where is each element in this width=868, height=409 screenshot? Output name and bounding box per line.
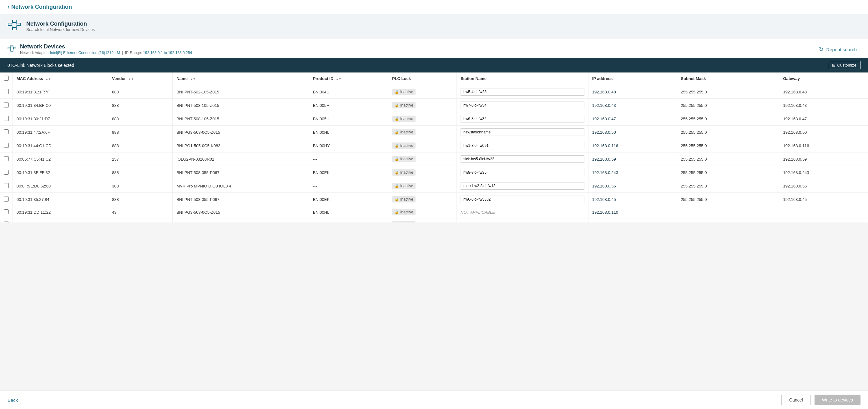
row-checkbox[interactable] — [4, 209, 9, 214]
row-checkbox[interactable] — [4, 143, 9, 148]
inactive-label: Inactive — [400, 103, 413, 107]
network-devices-icon — [7, 45, 16, 54]
row-checkbox-cell[interactable] — [0, 112, 13, 126]
station-not-applicable: NOT APPLICABLE — [461, 210, 495, 215]
table-row: 00:06:77:C5:41:C2 257 IOLG2PN-03208R01 -… — [0, 152, 868, 166]
station-name-input[interactable] — [461, 128, 584, 136]
row-checkbox-cell[interactable] — [0, 206, 13, 218]
row-checkbox[interactable] — [4, 156, 9, 161]
svg-rect-8 — [8, 47, 10, 49]
col-header-product-id[interactable]: Product ID ▲▼ — [309, 72, 388, 85]
svg-line-4 — [12, 22, 12, 24]
row-checkbox[interactable] — [4, 89, 9, 94]
cell-product-id: BNI00EK — [309, 166, 388, 179]
cell-ip-address: 192.168.0.59 — [588, 152, 677, 166]
row-checkbox[interactable] — [4, 116, 9, 121]
row-checkbox[interactable] — [4, 221, 9, 223]
col-header-vendor[interactable]: Vendor ▲▼ — [108, 72, 173, 85]
cell-station-name[interactable]: NOT APPLICABLE — [457, 218, 588, 223]
row-checkbox-cell[interactable] — [0, 126, 13, 139]
cell-product-id: BNI00HM — [309, 218, 388, 223]
ip-range-label: IP-Range: — [125, 50, 142, 55]
station-name-input[interactable] — [461, 88, 584, 96]
inactive-label: Inactive — [400, 222, 413, 223]
row-checkbox-cell[interactable] — [0, 218, 13, 223]
inactive-label: Inactive — [400, 197, 413, 202]
svg-rect-1 — [12, 20, 16, 23]
table-row: 00:19:31:34:BF:C0 888 BNI PNT-508-105-Z0… — [0, 99, 868, 112]
row-checkbox[interactable] — [4, 102, 9, 107]
cell-station-name[interactable] — [457, 85, 588, 99]
mac-sort-icons: ▲▼ — [45, 78, 51, 80]
cell-subnet-mask — [677, 218, 779, 223]
svg-rect-3 — [17, 23, 21, 26]
cell-vendor: 888 — [108, 139, 173, 152]
cell-name: BNI PNT-508-055-P067 — [173, 193, 309, 206]
cell-ip-address: 192.168.0.56 — [588, 179, 677, 193]
select-all-checkbox[interactable] — [4, 76, 9, 80]
cell-gateway: 192.168.0.48 — [779, 85, 868, 99]
row-checkbox-cell[interactable] — [0, 193, 13, 206]
inactive-badge: 🔒 Inactive — [392, 129, 415, 135]
cell-name: MVK Pro MPNIO DIO8 IOL8 4 — [173, 179, 309, 193]
row-checkbox-cell[interactable] — [0, 99, 13, 112]
table-row: 00:19:31:DD:11:22 43 BNI PG3-508-0C5-Z01… — [0, 206, 868, 218]
refresh-icon: ↻ — [819, 46, 824, 53]
selected-count-label: 0 IO-Link Network Blocks selected — [7, 63, 74, 68]
repeat-search-button[interactable]: ↻ Repeat search — [815, 43, 861, 55]
cell-vendor: 303 — [108, 179, 173, 193]
cell-subnet-mask: 255.255.255.0 — [677, 166, 779, 179]
cell-station-name[interactable] — [457, 166, 588, 179]
row-checkbox-cell[interactable] — [0, 152, 13, 166]
row-checkbox[interactable] — [4, 129, 9, 134]
devices-table: MAC Address ▲▼ Vendor ▲▼ Name ▲▼ Product… — [0, 72, 868, 223]
station-name-input[interactable] — [461, 155, 584, 163]
station-name-input[interactable] — [461, 142, 584, 149]
cell-station-name[interactable] — [457, 179, 588, 193]
station-name-input[interactable] — [461, 196, 584, 203]
adapter-name: Intel(R) Ethernet Connection (16) I219-L… — [50, 50, 120, 55]
station-name-input[interactable] — [461, 182, 584, 190]
cell-ip-address: 192.168.0.48 — [588, 85, 677, 99]
cell-name: BNI PNT-508-055-P067 — [173, 166, 309, 179]
network-devices-info: Network Devices Network Adapter: Intel(R… — [20, 43, 192, 55]
row-checkbox-cell[interactable] — [0, 139, 13, 152]
cell-gateway: 192.168.0.50 — [779, 126, 868, 139]
inactive-badge: 🔒 Inactive — [392, 221, 415, 223]
row-checkbox[interactable] — [4, 170, 9, 175]
row-checkbox-cell[interactable] — [0, 166, 13, 179]
row-checkbox-cell[interactable] — [0, 179, 13, 193]
row-checkbox[interactable] — [4, 197, 9, 202]
row-checkbox[interactable] — [4, 183, 9, 188]
lock-icon: 🔒 — [395, 144, 399, 148]
table-container[interactable]: MAC Address ▲▼ Vendor ▲▼ Name ▲▼ Product… — [0, 72, 868, 223]
svg-line-7 — [16, 24, 17, 29]
cell-station-name[interactable] — [457, 99, 588, 112]
inactive-badge: 🔒 Inactive — [392, 142, 415, 149]
cell-name: BNI PG3-508-0C5-Z015 — [173, 126, 309, 139]
svg-rect-11 — [13, 47, 16, 49]
col-header-name[interactable]: Name ▲▼ — [173, 72, 309, 85]
col-header-plc-lock: PLC Lock — [389, 72, 457, 85]
cell-station-name[interactable] — [457, 152, 588, 166]
top-back-button[interactable]: ‹ Network Configuration — [7, 4, 72, 10]
cell-ip-address: 192.168.0.101 — [588, 218, 677, 223]
cell-station-name[interactable] — [457, 112, 588, 126]
cell-plc-lock: 🔒 Inactive — [389, 85, 457, 99]
cell-ip-address: 192.168.0.116 — [588, 139, 677, 152]
cell-station-name[interactable]: NOT APPLICABLE — [457, 206, 588, 218]
cell-station-name[interactable] — [457, 193, 588, 206]
table-header-row: MAC Address ▲▼ Vendor ▲▼ Name ▲▼ Product… — [0, 72, 868, 85]
header-select-all[interactable] — [0, 72, 13, 85]
customize-button[interactable]: ⊞ Customize — [828, 61, 861, 69]
cell-station-name[interactable] — [457, 126, 588, 139]
lock-icon: 🔒 — [395, 103, 399, 107]
col-header-mac[interactable]: MAC Address ▲▼ — [13, 72, 108, 85]
cell-subnet-mask: 255.255.255.0 — [677, 193, 779, 206]
row-checkbox-cell[interactable] — [0, 85, 13, 99]
svg-rect-0 — [8, 23, 12, 26]
station-name-input[interactable] — [461, 115, 584, 123]
station-name-input[interactable] — [461, 169, 584, 176]
station-name-input[interactable] — [461, 102, 584, 109]
cell-station-name[interactable] — [457, 139, 588, 152]
